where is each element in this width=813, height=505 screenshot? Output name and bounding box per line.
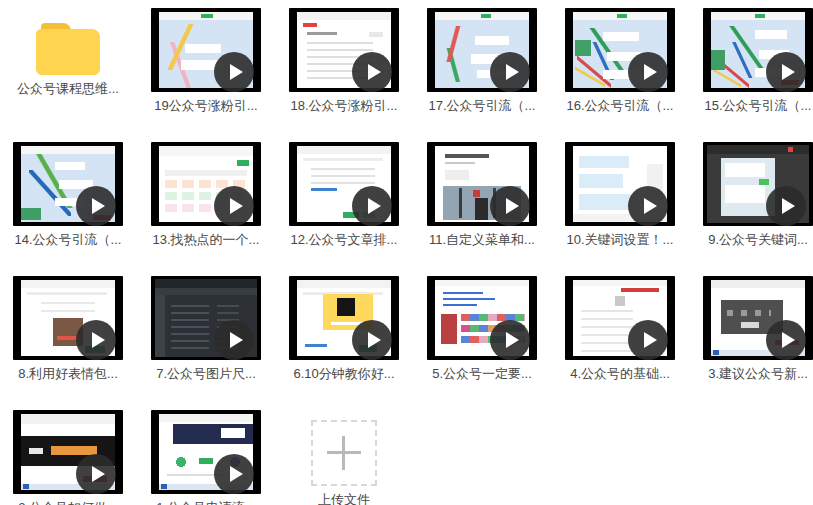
- video-label: 13.找热点的一个...: [151, 231, 261, 248]
- video-label: 4.公众号的基础...: [565, 365, 675, 382]
- video-thumbnail[interactable]: [703, 8, 813, 92]
- video-item-1[interactable]: 1.公众号申请流...: [151, 410, 261, 505]
- video-item-19[interactable]: 19公众号涨粉引...: [151, 8, 261, 114]
- play-icon: [214, 454, 254, 494]
- video-label: 18.公众号涨粉引...: [289, 97, 399, 114]
- video-label: 6.10分钟教你好...: [289, 365, 399, 382]
- video-label: 9.公众号关键词...: [703, 231, 813, 248]
- video-label: 19公众号涨粉引...: [151, 97, 261, 114]
- video-label: 7.公众号图片尺...: [151, 365, 261, 382]
- video-thumbnail[interactable]: [13, 142, 123, 226]
- video-item-11[interactable]: 11.自定义菜单和...: [427, 142, 537, 248]
- play-icon: [628, 320, 668, 360]
- video-item-8[interactable]: 8.利用好表情包...: [13, 276, 123, 382]
- video-label: 10.关键词设置！...: [565, 231, 675, 248]
- video-thumbnail[interactable]: [13, 276, 123, 360]
- video-thumbnail[interactable]: [13, 410, 123, 494]
- play-icon: [490, 52, 530, 92]
- play-icon: [490, 186, 530, 226]
- video-label: 5.公众号一定要...: [427, 365, 537, 382]
- video-thumbnail[interactable]: [289, 8, 399, 92]
- video-item-3[interactable]: 3.建议公众号新...: [703, 276, 813, 382]
- play-icon: [766, 320, 806, 360]
- video-thumbnail[interactable]: [151, 8, 261, 92]
- video-item-17[interactable]: 17.公众号引流（...: [427, 8, 537, 114]
- video-thumbnail[interactable]: [151, 410, 261, 494]
- video-item-15[interactable]: 15.公众号引流（...: [703, 8, 813, 114]
- video-thumbnail[interactable]: [703, 142, 813, 226]
- video-label: 17.公众号引流（...: [427, 97, 537, 114]
- video-thumbnail[interactable]: [151, 142, 261, 226]
- play-icon: [352, 320, 392, 360]
- play-icon: [628, 186, 668, 226]
- play-icon: [76, 186, 116, 226]
- plus-icon: [327, 436, 361, 470]
- video-thumbnail[interactable]: [565, 8, 675, 92]
- video-item-9[interactable]: 9.公众号关键词...: [703, 142, 813, 248]
- play-icon: [214, 320, 254, 360]
- folder-item[interactable]: 公众号课程思维...: [13, 8, 123, 114]
- play-icon: [766, 186, 806, 226]
- play-icon: [76, 454, 116, 494]
- video-label: 11.自定义菜单和...: [427, 231, 537, 248]
- video-item-18[interactable]: 18.公众号涨粉引...: [289, 8, 399, 114]
- video-thumbnail[interactable]: [703, 276, 813, 360]
- video-item-10[interactable]: 10.关键词设置！...: [565, 142, 675, 248]
- play-icon: [214, 186, 254, 226]
- video-thumbnail[interactable]: [427, 8, 537, 92]
- play-icon: [76, 320, 116, 360]
- folder-icon: [36, 23, 100, 75]
- play-icon: [490, 320, 530, 360]
- video-item-6[interactable]: 6.10分钟教你好...: [289, 276, 399, 382]
- video-thumbnail[interactable]: [427, 276, 537, 360]
- video-item-14[interactable]: 14.公众号引流（...: [13, 142, 123, 248]
- video-item-4[interactable]: 4.公众号的基础...: [565, 276, 675, 382]
- video-thumbnail[interactable]: [289, 142, 399, 226]
- file-grid: 公众号课程思维... 19公众号涨粉引... 18.公众号涨粉引... 17.公…: [0, 0, 813, 505]
- play-icon: [352, 52, 392, 92]
- video-label: 2.公众号如何做...: [13, 499, 123, 505]
- video-thumbnail[interactable]: [289, 276, 399, 360]
- video-item-13[interactable]: 13.找热点的一个...: [151, 142, 261, 248]
- video-label: 8.利用好表情包...: [13, 365, 123, 382]
- video-item-5[interactable]: 5.公众号一定要...: [427, 276, 537, 382]
- play-icon: [352, 186, 392, 226]
- folder-label: 公众号课程思维...: [13, 80, 123, 97]
- video-label: 14.公众号引流（...: [13, 231, 123, 248]
- upload-label: 上传文件: [289, 491, 399, 505]
- play-icon: [766, 52, 806, 92]
- video-label: 12.公众号文章排...: [289, 231, 399, 248]
- video-item-2[interactable]: 2.公众号如何做...: [13, 410, 123, 505]
- video-thumbnail[interactable]: [151, 276, 261, 360]
- folder-icon-body: [36, 29, 100, 75]
- video-thumbnail[interactable]: [427, 142, 537, 226]
- upload-item[interactable]: 上传文件: [289, 410, 399, 505]
- video-label: 15.公众号引流（...: [703, 97, 813, 114]
- video-label: 3.建议公众号新...: [703, 365, 813, 382]
- video-thumbnail[interactable]: [565, 276, 675, 360]
- video-item-12[interactable]: 12.公众号文章排...: [289, 142, 399, 248]
- play-icon: [214, 52, 254, 92]
- video-label: 1.公众号申请流...: [151, 499, 261, 505]
- play-icon: [628, 52, 668, 92]
- video-item-7[interactable]: 7.公众号图片尺...: [151, 276, 261, 382]
- video-label: 16.公众号引流（...: [565, 97, 675, 114]
- video-thumbnail[interactable]: [565, 142, 675, 226]
- upload-box[interactable]: [311, 420, 377, 486]
- video-item-16[interactable]: 16.公众号引流（...: [565, 8, 675, 114]
